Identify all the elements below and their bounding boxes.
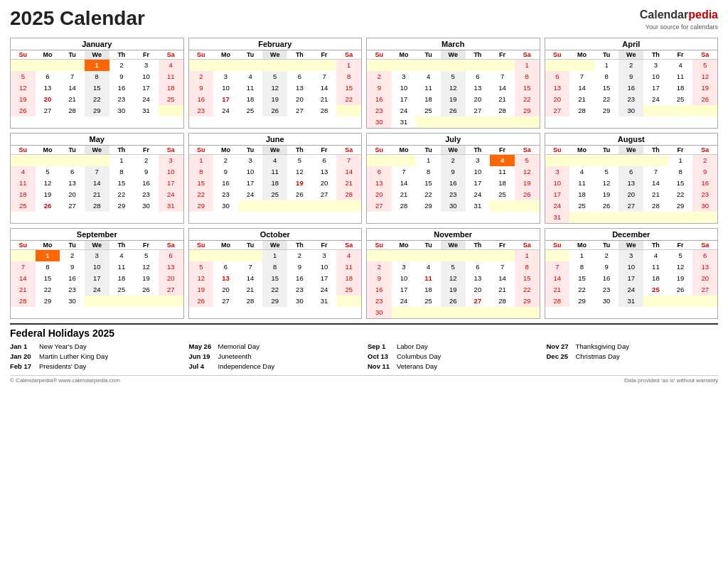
calendar-cell: 25 xyxy=(262,189,287,200)
calendar-cell: 17 xyxy=(159,178,183,189)
calendar-cell: 5 xyxy=(134,249,159,261)
calendar-cell: 15 xyxy=(336,82,361,94)
calendar-cell: 15 xyxy=(416,178,441,189)
calendar-cell: 23 xyxy=(441,189,466,200)
brand-tagline: Your source for calendars xyxy=(640,23,718,32)
calendar-cell xyxy=(490,116,515,128)
calendar-cell: 21 xyxy=(11,284,36,296)
calendar-cell: 9 xyxy=(287,261,312,273)
calendar-cell: 13 xyxy=(159,261,183,273)
holiday-name: Presidents' Day xyxy=(39,362,86,372)
calendar-cell: 26 xyxy=(134,284,159,296)
calendar-cell: 28 xyxy=(336,189,361,200)
calendar-cell: 29 xyxy=(515,296,540,307)
calendar-cell: 15 xyxy=(85,82,109,94)
month-title: February xyxy=(189,38,362,50)
calendar-cell: 18 xyxy=(569,189,594,200)
holiday-name: Juneteenth xyxy=(218,352,252,362)
calendar-cell: 28 xyxy=(392,200,417,212)
calendar-cell: 11 xyxy=(668,71,693,82)
month-title: October xyxy=(189,229,362,241)
calendar-cell: 19 xyxy=(441,94,466,105)
calendar-cell xyxy=(392,307,417,318)
calendar-cell: 6 xyxy=(159,249,183,261)
calendar-cell: 26 xyxy=(668,284,693,296)
calendar-cell: 17 xyxy=(619,273,643,284)
calendar-cell: 24 xyxy=(643,94,668,105)
day-header-su: Su xyxy=(11,241,36,250)
calendar-cell: 6 xyxy=(692,249,717,261)
calendar-cell: 16 xyxy=(367,94,392,105)
calendar-cell: 5 xyxy=(692,59,717,71)
calendar-cell xyxy=(416,307,441,318)
calendar-cell: 28 xyxy=(11,296,36,307)
calendar-cell: 19 xyxy=(692,82,717,94)
calendar-cell xyxy=(36,59,60,71)
calendar-cell: 27 xyxy=(60,200,85,212)
calendar-cell xyxy=(60,154,85,166)
calendar-cell: 17 xyxy=(643,82,668,94)
calendar-cell xyxy=(85,154,109,166)
calendar-cell: 5 xyxy=(287,154,312,166)
calendar-cell: 1 xyxy=(262,249,287,261)
day-header-th: Th xyxy=(643,241,668,250)
calendar-cell: 9 xyxy=(367,273,392,284)
holiday-name: New Year's Day xyxy=(39,342,87,352)
month-block-january: JanuarySuMoTuWeThFrSa1234567891011121314… xyxy=(10,38,184,129)
calendar-cell: 20 xyxy=(692,273,717,284)
calendar-cell: 8 xyxy=(515,71,540,82)
day-header-tu: Tu xyxy=(238,146,263,155)
month-block-march: MarchSuMoTuWeThFrSa123456789101112131415… xyxy=(366,38,540,129)
holiday-item: Dec 25Christmas Day xyxy=(547,352,719,362)
calendar-cell: 7 xyxy=(490,71,515,82)
calendar-cell: 7 xyxy=(569,71,594,82)
calendar-cell xyxy=(643,105,668,116)
calendar-cell xyxy=(262,59,287,71)
calendar-cell: 6 xyxy=(466,261,491,273)
calendar-cell: 23 xyxy=(213,189,238,200)
day-header-th: Th xyxy=(643,50,668,60)
calendar-cell xyxy=(367,59,392,71)
calendar-cell xyxy=(11,59,36,71)
month-table: SuMoTuWeThFrSa12345678910111213141516171… xyxy=(545,241,718,307)
calendar-cell: 2 xyxy=(367,71,392,82)
calendar-cell xyxy=(336,200,361,212)
holiday-date: Jul 4 xyxy=(189,362,214,372)
calendar-cell: 15 xyxy=(262,273,287,284)
calendar-cell: 19 xyxy=(262,94,287,105)
calendar-cell: 13 xyxy=(692,261,717,273)
calendar-cell xyxy=(692,296,717,307)
calendar-cell: 21 xyxy=(238,284,263,296)
calendar-cell: 1 xyxy=(85,59,109,71)
calendars-grid: JanuarySuMoTuWeThFrSa1234567891011121314… xyxy=(10,38,718,319)
calendar-cell: 23 xyxy=(367,296,392,307)
day-header-we: We xyxy=(262,146,287,155)
calendar-cell: 7 xyxy=(643,166,668,178)
calendar-cell: 10 xyxy=(643,71,668,82)
calendar-cell: 8 xyxy=(416,166,441,178)
holiday-date: Jun 19 xyxy=(189,352,214,362)
calendar-cell: 15 xyxy=(569,273,594,284)
holiday-item: Jun 19Juneteenth xyxy=(189,352,361,362)
calendar-cell: 26 xyxy=(594,200,619,212)
holidays-section: Federal Holidays 2025 Jan 1New Year's Da… xyxy=(10,323,718,372)
calendar-cell: 19 xyxy=(287,178,312,189)
calendar-cell: 20 xyxy=(287,94,312,105)
month-table: SuMoTuWeThFrSa12345678910111213141516171… xyxy=(11,146,183,212)
calendar-cell: 1 xyxy=(109,154,134,166)
calendar-cell xyxy=(109,296,134,307)
calendar-cell xyxy=(569,59,594,71)
calendar-cell: 31 xyxy=(545,212,570,223)
day-header-sa: Sa xyxy=(336,50,361,60)
calendar-cell: 21 xyxy=(85,189,109,200)
calendar-cell: 7 xyxy=(336,154,361,166)
calendar-cell: 31 xyxy=(159,200,183,212)
month-title: May xyxy=(11,134,183,146)
calendar-cell: 14 xyxy=(643,178,668,189)
calendar-cell: 19 xyxy=(134,273,159,284)
calendar-cell: 30 xyxy=(213,200,238,212)
calendar-cell: 25 xyxy=(416,296,441,307)
calendar-cell: 17 xyxy=(85,273,109,284)
month-table: SuMoTuWeThFrSa12345678910111213141516171… xyxy=(189,50,362,116)
calendar-cell: 15 xyxy=(668,178,693,189)
